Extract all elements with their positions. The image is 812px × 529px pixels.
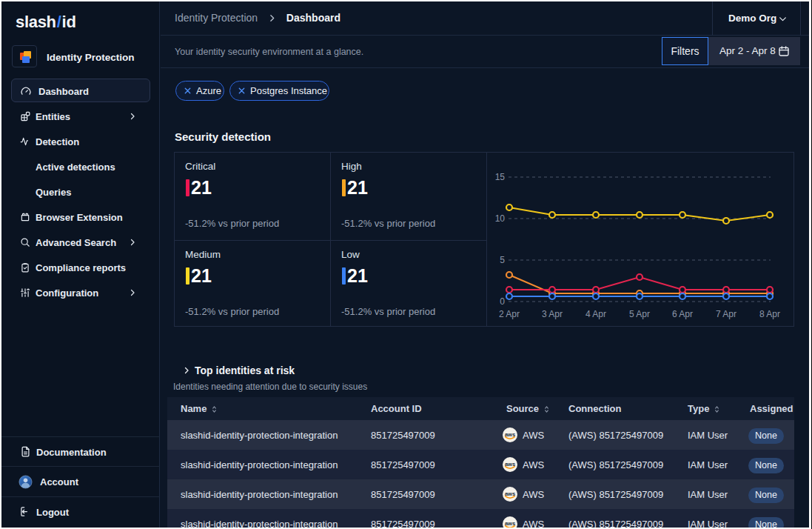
svg-text:aws: aws (505, 490, 515, 497)
svg-text:10: 10 (495, 213, 506, 224)
svg-text:15: 15 (495, 172, 506, 182)
svg-text:4 Apr: 4 Apr (585, 309, 606, 319)
svg-text:aws: aws (505, 461, 515, 468)
svg-text:2 Apr: 2 Apr (499, 309, 520, 319)
svg-text:3 Apr: 3 Apr (542, 309, 563, 319)
svg-text:5: 5 (500, 255, 505, 265)
svg-text:aws: aws (505, 520, 515, 527)
svg-text:0: 0 (500, 296, 505, 307)
svg-text:aws: aws (505, 431, 515, 438)
svg-text:8 Apr: 8 Apr (759, 309, 780, 319)
svg-text:7 Apr: 7 Apr (716, 309, 736, 319)
svg-text:6 Apr: 6 Apr (672, 309, 693, 319)
svg-text:5 Apr: 5 Apr (629, 309, 650, 319)
